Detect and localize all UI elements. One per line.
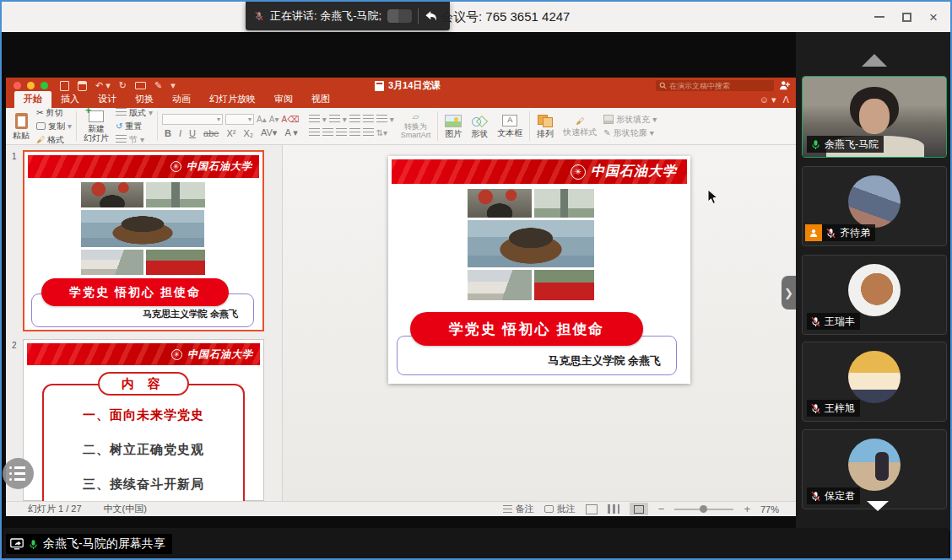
layout-button[interactable]: 版式▾ xyxy=(116,107,153,118)
increase-indent-icon[interactable] xyxy=(363,115,374,124)
minimize-button[interactable] xyxy=(866,4,893,30)
align-center-icon[interactable] xyxy=(322,128,333,137)
maximize-button[interactable] xyxy=(893,4,920,30)
scroll-down-icon[interactable] xyxy=(867,501,889,511)
reply-arrow-icon[interactable] xyxy=(425,10,438,22)
feedback-smiley-icon[interactable]: ☺ ▾ xyxy=(760,94,776,105)
shapes-button[interactable]: 形状 xyxy=(468,110,490,143)
participant-tile[interactable]: 齐待弟 xyxy=(802,166,947,246)
participant-name: 余燕飞-马院 xyxy=(825,137,879,152)
bullets-icon[interactable] xyxy=(309,115,320,124)
speaking-panel[interactable]: 正在讲话: 余燕飞-马院; xyxy=(246,2,450,30)
text-direction-icon[interactable]: ⇅▾ xyxy=(376,128,387,137)
close-traffic-icon[interactable] xyxy=(14,82,21,89)
slide-sorter-view-button[interactable] xyxy=(608,504,619,514)
clear-formatting-button[interactable]: A⌫ xyxy=(281,115,299,124)
numbering-icon[interactable] xyxy=(329,115,340,124)
undo-icon[interactable]: ↶ ▾ xyxy=(95,80,111,91)
presentation-search-box[interactable] xyxy=(656,80,774,91)
current-slide[interactable]: ✳ 中国石油大学 马克思主义学院 余燕飞 学党史 悟初心 担使命 xyxy=(388,156,690,384)
zoom-traffic-icon[interactable] xyxy=(41,82,48,89)
participant-tile-active-speaker[interactable]: 余燕飞-马院 xyxy=(802,76,947,158)
close-button[interactable]: × xyxy=(920,4,947,30)
zoom-slider[interactable] xyxy=(674,509,733,510)
align-left-icon[interactable] xyxy=(309,128,320,137)
format-painter-button[interactable]: 🖌格式 xyxy=(36,134,72,145)
section-button[interactable]: 节▾ xyxy=(116,134,153,145)
font-name-dropdown[interactable]: ▾ xyxy=(162,114,223,125)
font-size-dropdown[interactable]: ▾ xyxy=(225,114,254,125)
zoom-level[interactable]: 77% xyxy=(760,504,779,514)
zoom-out-button[interactable]: − xyxy=(658,503,665,515)
format-painter-icon: 🖌 xyxy=(36,135,45,144)
paste-button[interactable]: 粘贴 xyxy=(10,110,32,143)
copy-button[interactable]: 复制▾ xyxy=(36,121,72,132)
participant-tile[interactable]: 王瑞丰 xyxy=(802,255,947,335)
new-slide-button[interactable]: 新建 幻灯片 xyxy=(81,110,111,143)
redo-icon[interactable]: ↻ xyxy=(119,80,127,91)
columns-icon[interactable] xyxy=(363,128,374,137)
slide-thumbnail-1[interactable]: ✳ 中国石油大学 马克思主义学院 余燕飞 学党史 悟初心 担使命 xyxy=(23,150,264,331)
normal-view-button[interactable] xyxy=(586,504,598,514)
search-input[interactable] xyxy=(669,82,762,90)
zoom-in-button[interactable]: + xyxy=(744,503,750,515)
tab-view[interactable]: 视图 xyxy=(302,91,339,108)
grow-font-button[interactable]: A▴ xyxy=(257,115,267,124)
draw-icon[interactable]: ✎ xyxy=(154,80,162,91)
play-slideshow-icon[interactable] xyxy=(135,82,146,89)
align-right-icon[interactable] xyxy=(336,128,347,137)
tab-transitions[interactable]: 切换 xyxy=(126,91,163,108)
document-title: 3月14日党课 xyxy=(388,79,441,92)
italic-button[interactable]: I xyxy=(176,128,184,138)
share-person-icon[interactable] xyxy=(779,80,791,92)
quick-styles-button[interactable]: 🖌 快速样式 xyxy=(560,110,599,143)
line-spacing-icon[interactable] xyxy=(376,115,387,124)
tab-animations[interactable]: 动画 xyxy=(163,91,200,108)
tab-insert[interactable]: 插入 xyxy=(51,91,89,108)
tab-slideshow[interactable]: 幻灯片放映 xyxy=(200,91,265,108)
minimize-traffic-icon[interactable] xyxy=(27,82,35,89)
sidebar-expand-handle[interactable]: ❯ xyxy=(782,276,796,310)
language-indicator[interactable]: 中文(中国) xyxy=(104,503,147,515)
thumbnail-number: 1 xyxy=(12,152,17,161)
convert-smartart-button[interactable]: ▱ 转换为 SmartArt xyxy=(398,110,434,143)
slideshow-view-button[interactable] xyxy=(630,503,648,515)
slide-thumbnail-panel[interactable]: 1 ✳ 中国石油大学 马克思主义学院 余燕飞 学党史 悟初 xyxy=(6,145,283,501)
superscript-button[interactable]: X² xyxy=(224,128,238,138)
arrange-button[interactable]: 排列 xyxy=(534,110,556,143)
participant-name: 齐待弟 xyxy=(840,226,870,240)
window-controls: × xyxy=(866,2,947,32)
textbox-button[interactable]: A 文本框 xyxy=(495,110,525,143)
picture-button[interactable]: 图片 xyxy=(442,110,464,143)
save-icon[interactable] xyxy=(78,81,87,91)
tab-review[interactable]: 审阅 xyxy=(265,91,302,108)
qat-more-icon[interactable]: ▾ xyxy=(170,80,176,91)
shape-outline-button[interactable]: ✎形状轮廓▾ xyxy=(603,127,657,138)
strikethrough-button[interactable]: abe xyxy=(201,128,221,138)
shrink-font-button[interactable]: A▾ xyxy=(269,115,279,124)
tab-home[interactable]: 开始 xyxy=(14,91,51,108)
zoom-slider-knob[interactable] xyxy=(700,505,707,513)
bold-button[interactable]: B xyxy=(162,128,174,138)
floating-list-button[interactable] xyxy=(3,458,34,489)
scroll-up-icon[interactable] xyxy=(862,54,887,67)
slide-thumbnail-2[interactable]: ✳ 中国石油大学 内 容 一、面向未来学党史 二、树立正确党史观 三、接续奋斗开… xyxy=(23,339,264,501)
participant-tile[interactable]: 保定君 xyxy=(802,429,947,509)
preview-thumb-icon xyxy=(398,9,412,23)
character-spacing-button[interactable]: AV▾ xyxy=(258,127,279,138)
comments-button[interactable]: 批注 xyxy=(544,503,576,515)
justify-icon[interactable] xyxy=(349,128,360,137)
decrease-indent-icon[interactable] xyxy=(349,115,360,124)
cut-button[interactable]: ✂剪切 xyxy=(36,107,72,118)
tab-design[interactable]: 设计 xyxy=(89,91,126,108)
participant-tile[interactable]: 王梓旭 xyxy=(802,342,947,422)
reset-button[interactable]: ↺重置 xyxy=(116,121,153,132)
subscript-button[interactable]: X₂ xyxy=(241,128,256,138)
slide-edit-area[interactable]: ✳ 中国石油大学 马克思主义学院 余燕飞 学党史 悟初心 担使命 xyxy=(283,145,796,501)
font-color-button[interactable]: A ▾ xyxy=(282,127,300,138)
collapse-ribbon-icon[interactable]: ᐱ xyxy=(782,94,789,105)
notes-button[interactable]: 备注 xyxy=(503,503,534,515)
underline-button[interactable]: U xyxy=(187,128,198,138)
shape-fill-button[interactable]: 形状填充▾ xyxy=(603,114,657,125)
new-file-icon[interactable] xyxy=(60,81,69,91)
